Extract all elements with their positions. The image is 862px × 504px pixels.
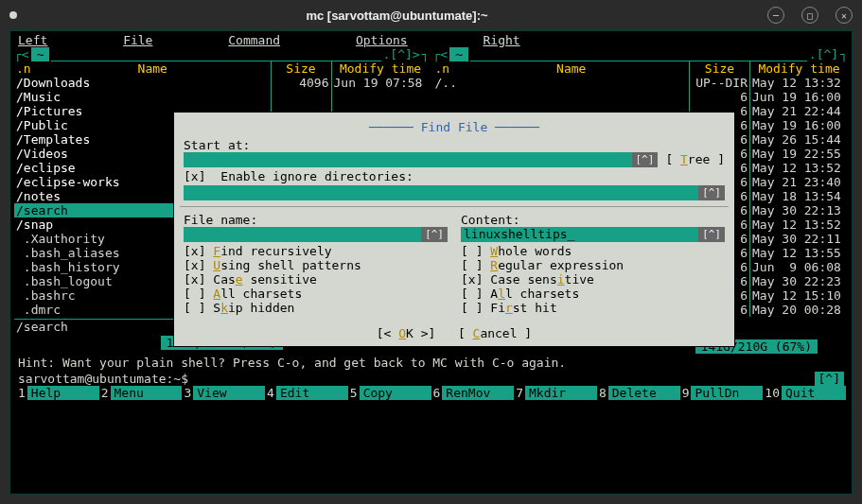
maximize-button[interactable]: □ [801,7,818,24]
checkbox-option[interactable]: [ ] All charsets [184,287,448,301]
checkbox-option[interactable]: [ ] All charsets [461,287,725,301]
hint-line: Hint: Want your plain shell? Press C-o, … [14,354,848,372]
right-col-headers: .n Name Size Modify time [433,61,849,76]
enable-ignore-label: Enable ignore directories: [220,169,413,183]
checkbox-option[interactable]: [x] Case sensitive [461,272,725,287]
fkey-copy[interactable]: 5Copy [348,386,431,400]
right-panel-path[interactable]: ~ [449,47,468,61]
menu-file[interactable]: File [123,33,186,47]
app-menu-dot[interactable] [9,11,17,19]
filename-label: File name: [184,213,257,227]
terminal-area: Left File Command Options Right ┌< ~ .[^… [9,30,853,495]
list-item[interactable]: /Downloads4096Jun 19 07:58 [14,76,430,90]
window-title: mc [sarvottam@ubuntumate]:~ [26,9,767,23]
history-caret-icon[interactable]: [^] [698,227,725,242]
function-key-bar: 1Help2Menu3View4Edit5Copy6RenMov7Mkdir8D… [14,386,848,400]
content-label: Content: [461,213,520,227]
scroll-marker: [^] [815,372,844,386]
fkey-pulldn[interactable]: 9PullDn [680,386,764,400]
fkey-edit[interactable]: 4Edit [265,386,348,400]
panels-container: ┌< ~ .[^]> ┐ .n Name Size Modify time /D… [14,47,848,354]
fkey-renmov[interactable]: 6RenMov [431,386,515,400]
minimize-button[interactable]: ─ [767,7,784,24]
checkbox-option[interactable]: [ ] First hit [461,301,725,315]
fkey-quit[interactable]: 10Quit [763,386,846,400]
close-button[interactable]: ✕ [836,7,853,24]
left-col-headers: .n Name Size Modify time [14,61,430,76]
menu-command[interactable]: Command [228,33,314,47]
window-titlebar: mc [sarvottam@ubuntumate]:~ ─ □ ✕ [0,0,862,30]
checkbox-option[interactable]: [ ] Regular expression [461,258,725,272]
fkey-mkdir[interactable]: 7Mkdir [514,386,597,400]
history-caret-icon[interactable]: [^] [421,227,448,242]
filename-input[interactable]: [^] [184,227,448,242]
start-at-input[interactable]: [^] [184,152,658,167]
list-item[interactable]: /Music [14,90,430,104]
menu-right[interactable]: Right [484,33,554,47]
checkbox-option[interactable]: [x] Case sensitive [184,272,448,287]
ignore-dirs-input[interactable]: [^] [184,185,725,200]
find-file-dialog: ────── Find File ────── Start at: [^] [ … [173,112,735,347]
menu-left[interactable]: Left [18,33,81,47]
tree-button[interactable]: [ Tree ] [665,152,725,166]
list-item[interactable]: /..UP--DIRMay 12 13:32 [433,76,849,90]
fkey-delete[interactable]: 8Delete [597,386,680,400]
fkey-help[interactable]: 1Help [16,386,99,400]
left-panel-path[interactable]: ~ [31,47,50,61]
checkbox-option[interactable]: [x] Using shell patterns [184,258,448,272]
right-panel-marker: .[^] [807,47,840,61]
cancel-button[interactable]: [ Cancel ] [458,326,532,340]
menu-options[interactable]: Options [356,33,442,47]
start-at-label: Start at: [184,138,250,152]
mc-menubar[interactable]: Left File Command Options Right [14,33,848,47]
left-panel-marker: .[^]> [381,47,422,61]
enable-ignore-checkbox[interactable]: [x] [184,169,213,183]
shell-prompt[interactable]: sarvottam@ubuntumate:~$ [18,372,188,386]
checkbox-option[interactable]: [ ] Skip hidden [184,301,448,315]
fkey-view[interactable]: 3View [182,386,265,400]
content-input[interactable]: linuxshelltips_[^] [461,227,725,242]
list-item[interactable]: 6Jun 19 16:00 [433,90,849,104]
checkbox-option[interactable]: [ ] Whole words [461,244,725,258]
history-caret-icon[interactable]: [^] [698,185,725,200]
dialog-title: ────── Find File ────── [184,120,725,134]
fkey-menu[interactable]: 2Menu [99,386,183,400]
ok-button[interactable]: [< OK >] [377,326,436,340]
history-caret-icon[interactable]: [^] [632,152,659,167]
checkbox-option[interactable]: [x] Find recursively [184,244,448,258]
